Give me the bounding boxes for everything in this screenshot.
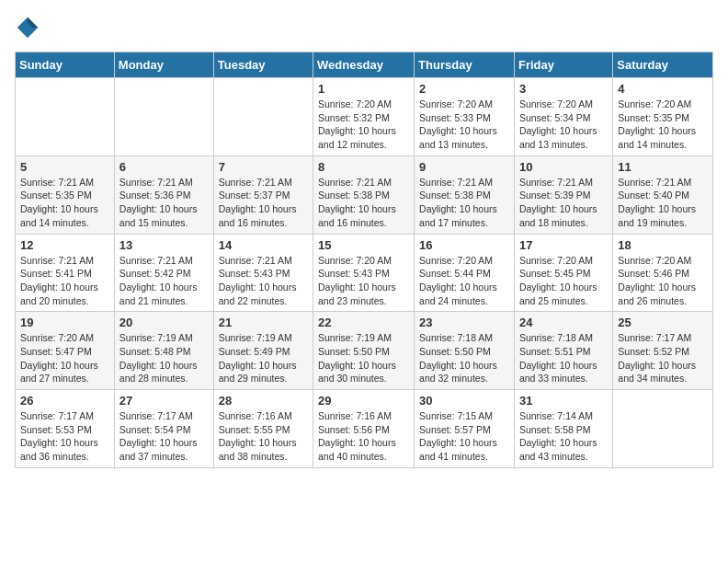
day-info: Sunrise: 7:15 AM Sunset: 5:57 PM Dayligh… (419, 409, 509, 464)
calendar-week-row: 12Sunrise: 7:21 AM Sunset: 5:41 PM Dayli… (16, 234, 713, 312)
day-number: 12 (20, 238, 109, 252)
day-info: Sunrise: 7:19 AM Sunset: 5:48 PM Dayligh… (119, 331, 209, 385)
calendar-cell: 15Sunrise: 7:20 AM Sunset: 5:43 PM Dayli… (313, 234, 415, 312)
calendar-cell: 31Sunrise: 7:14 AM Sunset: 5:58 PM Dayli… (514, 390, 612, 468)
day-info: Sunrise: 7:21 AM Sunset: 5:43 PM Dayligh… (219, 254, 308, 308)
day-info: Sunrise: 7:21 AM Sunset: 5:38 PM Dayligh… (318, 176, 409, 230)
calendar-week-row: 26Sunrise: 7:17 AM Sunset: 5:53 PM Dayli… (16, 390, 713, 468)
day-number: 24 (519, 316, 608, 329)
day-number: 6 (119, 160, 209, 174)
calendar-week-row: 5Sunrise: 7:21 AM Sunset: 5:35 PM Daylig… (16, 155, 713, 234)
day-header-thursday: Thursday (415, 52, 515, 78)
day-info: Sunrise: 7:21 AM Sunset: 5:35 PM Dayligh… (20, 176, 109, 230)
day-info: Sunrise: 7:20 AM Sunset: 5:35 PM Dayligh… (618, 98, 708, 152)
page-header (15, 15, 713, 40)
day-number: 17 (519, 238, 608, 252)
day-number: 19 (20, 316, 109, 329)
day-number: 1 (318, 82, 409, 96)
calendar-cell (213, 78, 313, 156)
calendar-cell (114, 78, 213, 156)
calendar-cell: 10Sunrise: 7:21 AM Sunset: 5:39 PM Dayli… (514, 155, 612, 234)
day-info: Sunrise: 7:16 AM Sunset: 5:56 PM Dayligh… (318, 409, 409, 464)
day-info: Sunrise: 7:20 AM Sunset: 5:47 PM Dayligh… (20, 331, 109, 385)
calendar-cell: 27Sunrise: 7:17 AM Sunset: 5:54 PM Dayli… (114, 390, 213, 468)
day-info: Sunrise: 7:20 AM Sunset: 5:45 PM Dayligh… (519, 254, 608, 308)
day-info: Sunrise: 7:21 AM Sunset: 5:41 PM Dayligh… (20, 254, 109, 308)
day-number: 25 (618, 316, 708, 329)
day-info: Sunrise: 7:20 AM Sunset: 5:43 PM Dayligh… (318, 254, 409, 308)
day-number: 5 (20, 160, 109, 174)
calendar-cell: 23Sunrise: 7:18 AM Sunset: 5:50 PM Dayli… (415, 312, 515, 390)
calendar-cell: 5Sunrise: 7:21 AM Sunset: 5:35 PM Daylig… (16, 155, 115, 234)
day-number: 21 (219, 316, 308, 329)
calendar-cell: 7Sunrise: 7:21 AM Sunset: 5:37 PM Daylig… (213, 155, 313, 234)
calendar-cell: 6Sunrise: 7:21 AM Sunset: 5:36 PM Daylig… (114, 155, 213, 234)
day-number: 22 (318, 316, 409, 329)
day-info: Sunrise: 7:20 AM Sunset: 5:46 PM Dayligh… (618, 254, 708, 308)
day-number: 20 (119, 316, 209, 329)
calendar-cell: 9Sunrise: 7:21 AM Sunset: 5:38 PM Daylig… (415, 155, 515, 234)
day-number: 10 (519, 160, 608, 174)
calendar-table: SundayMondayTuesdayWednesdayThursdayFrid… (15, 52, 713, 468)
day-info: Sunrise: 7:14 AM Sunset: 5:58 PM Dayligh… (519, 409, 608, 464)
day-number: 31 (519, 394, 608, 408)
calendar-cell: 29Sunrise: 7:16 AM Sunset: 5:56 PM Dayli… (313, 390, 415, 468)
day-number: 23 (419, 316, 509, 329)
day-number: 8 (318, 160, 409, 174)
calendar-cell: 25Sunrise: 7:17 AM Sunset: 5:52 PM Dayli… (613, 312, 713, 390)
day-header-friday: Friday (514, 52, 612, 78)
day-number: 2 (419, 82, 509, 96)
day-info: Sunrise: 7:19 AM Sunset: 5:49 PM Dayligh… (219, 331, 308, 385)
calendar-week-row: 19Sunrise: 7:20 AM Sunset: 5:47 PM Dayli… (16, 312, 713, 390)
calendar-cell: 2Sunrise: 7:20 AM Sunset: 5:33 PM Daylig… (415, 78, 515, 156)
day-header-sunday: Sunday (16, 52, 115, 78)
day-info: Sunrise: 7:20 AM Sunset: 5:33 PM Dayligh… (419, 98, 509, 152)
day-number: 3 (519, 82, 608, 96)
day-number: 30 (419, 394, 509, 408)
day-number: 13 (119, 238, 209, 252)
day-info: Sunrise: 7:18 AM Sunset: 5:50 PM Dayligh… (419, 331, 509, 385)
day-info: Sunrise: 7:21 AM Sunset: 5:40 PM Dayligh… (618, 176, 708, 230)
calendar-cell: 14Sunrise: 7:21 AM Sunset: 5:43 PM Dayli… (213, 234, 313, 312)
day-info: Sunrise: 7:21 AM Sunset: 5:38 PM Dayligh… (419, 176, 509, 230)
day-header-wednesday: Wednesday (313, 52, 415, 78)
calendar-cell: 12Sunrise: 7:21 AM Sunset: 5:41 PM Dayli… (16, 234, 115, 312)
day-info: Sunrise: 7:21 AM Sunset: 5:42 PM Dayligh… (119, 254, 209, 308)
calendar-cell (16, 78, 115, 156)
calendar-cell: 19Sunrise: 7:20 AM Sunset: 5:47 PM Dayli… (16, 312, 115, 390)
day-info: Sunrise: 7:17 AM Sunset: 5:52 PM Dayligh… (618, 331, 708, 385)
calendar-cell: 30Sunrise: 7:15 AM Sunset: 5:57 PM Dayli… (415, 390, 515, 468)
day-info: Sunrise: 7:17 AM Sunset: 5:54 PM Dayligh… (119, 409, 209, 464)
day-number: 29 (318, 394, 409, 408)
day-number: 18 (618, 238, 708, 252)
calendar-cell: 16Sunrise: 7:20 AM Sunset: 5:44 PM Dayli… (415, 234, 515, 312)
day-info: Sunrise: 7:19 AM Sunset: 5:50 PM Dayligh… (318, 331, 409, 385)
calendar-cell: 1Sunrise: 7:20 AM Sunset: 5:32 PM Daylig… (313, 78, 415, 156)
day-number: 15 (318, 238, 409, 252)
calendar-cell: 24Sunrise: 7:18 AM Sunset: 5:51 PM Dayli… (514, 312, 612, 390)
calendar-week-row: 1Sunrise: 7:20 AM Sunset: 5:32 PM Daylig… (16, 78, 713, 156)
day-info: Sunrise: 7:18 AM Sunset: 5:51 PM Dayligh… (519, 331, 608, 385)
calendar-cell: 20Sunrise: 7:19 AM Sunset: 5:48 PM Dayli… (114, 312, 213, 390)
day-number: 9 (419, 160, 509, 174)
day-number: 7 (219, 160, 308, 174)
day-number: 11 (618, 160, 708, 174)
day-number: 16 (419, 238, 509, 252)
calendar-header-row: SundayMondayTuesdayWednesdayThursdayFrid… (16, 52, 713, 78)
day-number: 4 (618, 82, 708, 96)
day-info: Sunrise: 7:20 AM Sunset: 5:32 PM Dayligh… (318, 98, 409, 152)
day-number: 26 (20, 394, 109, 408)
calendar-cell: 18Sunrise: 7:20 AM Sunset: 5:46 PM Dayli… (613, 234, 713, 312)
day-info: Sunrise: 7:16 AM Sunset: 5:55 PM Dayligh… (219, 409, 308, 464)
day-info: Sunrise: 7:21 AM Sunset: 5:39 PM Dayligh… (519, 176, 608, 230)
calendar-cell: 21Sunrise: 7:19 AM Sunset: 5:49 PM Dayli… (213, 312, 313, 390)
calendar-cell: 26Sunrise: 7:17 AM Sunset: 5:53 PM Dayli… (16, 390, 115, 468)
day-info: Sunrise: 7:21 AM Sunset: 5:37 PM Dayligh… (219, 176, 308, 230)
day-number: 27 (119, 394, 209, 408)
day-header-saturday: Saturday (613, 52, 713, 78)
calendar-cell: 8Sunrise: 7:21 AM Sunset: 5:38 PM Daylig… (313, 155, 415, 234)
calendar-cell: 3Sunrise: 7:20 AM Sunset: 5:34 PM Daylig… (514, 78, 612, 156)
calendar-cell: 22Sunrise: 7:19 AM Sunset: 5:50 PM Dayli… (313, 312, 415, 390)
day-info: Sunrise: 7:20 AM Sunset: 5:44 PM Dayligh… (419, 254, 509, 308)
day-info: Sunrise: 7:20 AM Sunset: 5:34 PM Dayligh… (519, 98, 608, 152)
